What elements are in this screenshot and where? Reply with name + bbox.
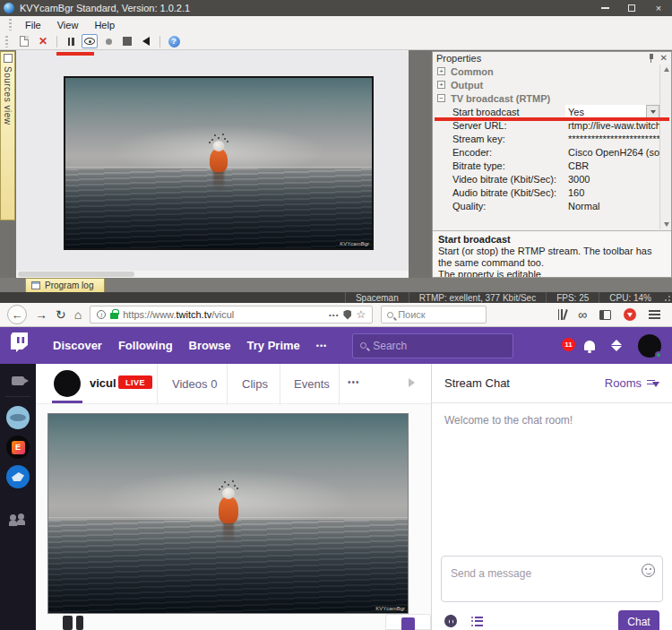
menu-view[interactable]: View [49,16,87,33]
properties-scrollbar[interactable] [659,65,671,229]
kvycam-titlebar[interactable]: KVYcamBgr Standard, Version: 1.0.2.1 × [0,0,672,16]
chat-settings-gear-icon[interactable] [444,615,457,627]
nav-discover[interactable]: Discover [53,339,102,352]
twitch-search-input[interactable] [373,340,505,352]
user-avatar[interactable] [638,334,661,358]
scroll-down-icon[interactable] [661,220,671,229]
nav-more-icon[interactable]: ••• [316,341,327,350]
friends-icon[interactable] [10,514,26,527]
bits-icon[interactable] [611,340,622,352]
pin-icon[interactable] [648,54,655,63]
channel-header: vicul LIVE Videos 0 Clips Events ••• [36,364,431,404]
close-button[interactable]: × [645,0,672,16]
program-log-tab[interactable]: Program log [25,278,105,292]
back-button[interactable]: ← [7,305,27,324]
menu-file[interactable]: File [17,16,49,33]
channel-more-icon[interactable]: ••• [348,377,360,387]
menu-icon[interactable] [649,310,660,319]
sidebar-icon[interactable] [599,310,611,320]
reload-button[interactable]: ↻ [56,308,66,321]
dropdown-button[interactable] [646,105,659,118]
stop-button[interactable] [119,34,135,48]
followed-channel-avatar[interactable]: E [6,436,30,459]
property-row-bitrate-type[interactable]: Bitrate type: CBR [434,159,659,172]
emote-smiley-icon[interactable] [642,564,655,577]
scroll-up-icon[interactable] [661,65,671,74]
browser-search-box[interactable] [381,306,487,324]
url-text[interactable]: https://www.twitch.tv/vicul [123,309,234,320]
astronaut-figure [207,141,230,193]
stream-chat-panel: Stream Chat Rooms Welcome to the chat ro… [431,364,672,630]
chevron-right-icon[interactable] [409,378,415,387]
property-row-video-bitrate[interactable]: Video bitrate (Kbit/Sec): 3000 [434,172,659,186]
pocket-shield-icon[interactable] [343,310,351,320]
stream-video-player[interactable]: KVYcamBgr [47,413,409,614]
page-actions-icon[interactable]: ••• [329,311,339,319]
browser-search-input[interactable] [398,309,480,320]
bookmark-star-icon[interactable]: ☆ [356,308,366,321]
chat-message-input[interactable] [451,567,633,580]
kvycam-window: KVYcamBgr Standard, Version: 1.0.2.1 × F… [0,0,672,303]
bell-icon[interactable] [584,341,595,350]
property-row-encoder[interactable]: Encoder: Cisco OpenH264 (softwa... [434,145,659,159]
video-camera-icon[interactable] [12,376,24,385]
menu-help[interactable]: Help [86,16,123,33]
followed-channel-avatar[interactable] [6,406,30,429]
sources-view-tab[interactable]: Sources view [0,51,15,220]
preview-horizontal-scrollbar[interactable] [16,271,409,278]
expand-icon[interactable]: + [437,67,445,75]
record-button[interactable] [100,34,116,48]
property-row-quality[interactable]: Quality: Normal [434,199,659,212]
sidebar-divider [5,396,30,397]
tab-videos[interactable]: Videos 0 [172,377,217,391]
followed-channel-avatar[interactable] [6,465,30,488]
properties-title: Properties [436,53,481,64]
search-icon [387,312,393,318]
property-row-stream-key[interactable]: Stream key: **************************..… [434,132,659,145]
nav-browse[interactable]: Browse [189,339,231,352]
channel-avatar[interactable] [54,370,81,397]
chat-input-box[interactable] [441,556,663,602]
properties-close-icon[interactable]: ✕ [660,54,668,63]
library-icon[interactable] [558,309,566,320]
property-row-start-broadcast[interactable]: Start broadcast Yes [434,105,659,118]
kvycam-window-title: KVYcamBgr Standard, Version: 1.0.2.1 [20,3,591,13]
left-triangle-icon [142,37,150,46]
nav-try-prime[interactable]: Try Prime [247,339,300,352]
play-back-button[interactable] [138,34,154,48]
twitch-logo[interactable] [9,332,30,359]
notification-count-badge: 11 [562,338,575,351]
tab-events[interactable]: Events [294,377,330,391]
twitch-search-box[interactable] [352,333,513,358]
url-bar[interactable]: i https://www.twitch.tv/vicul ••• ☆ [90,306,373,324]
collapse-icon[interactable]: − [437,94,445,102]
home-button[interactable]: ⌂ [74,308,82,321]
group-common[interactable]: + Common [434,65,659,78]
help-button[interactable]: ? [166,34,182,48]
group-output[interactable]: + Output [434,78,659,91]
forward-button[interactable]: → [35,308,47,321]
tab-clips[interactable]: Clips [242,377,268,391]
pause-button[interactable] [63,34,79,48]
delete-source-button[interactable]: ✕ [35,34,51,48]
minimize-button[interactable] [591,0,618,16]
webcam-eye-icon [84,38,95,45]
broadcast-toggle-button[interactable] [82,34,98,48]
property-row-audio-bitrate[interactable]: Audio bitrate (Kbit/Sec): 160 [434,186,659,199]
nav-following[interactable]: Following [118,339,173,352]
expand-icon[interactable]: + [437,81,445,89]
rooms-button[interactable]: Rooms [605,376,659,390]
new-source-button[interactable] [16,34,32,48]
resize-grip[interactable] [661,292,672,303]
maximize-button[interactable] [618,0,645,16]
viewer-list-icon[interactable] [471,617,483,626]
channel-name[interactable]: vicul [90,376,116,390]
group-tv-broadcast[interactable]: − TV broadcast (RTMP) [434,91,659,105]
chat-send-button[interactable]: Chat [618,610,659,630]
site-info-icon[interactable]: i [97,310,106,319]
status-rtmp: RTMP: exellent, 377 Kbit/Sec [409,292,546,303]
extension-red-icon[interactable] [624,308,636,321]
online-status-dot [655,351,662,358]
extension-infinity-icon[interactable]: ∞ [578,308,587,321]
watermark-text: KVYcamBgr [375,606,405,611]
